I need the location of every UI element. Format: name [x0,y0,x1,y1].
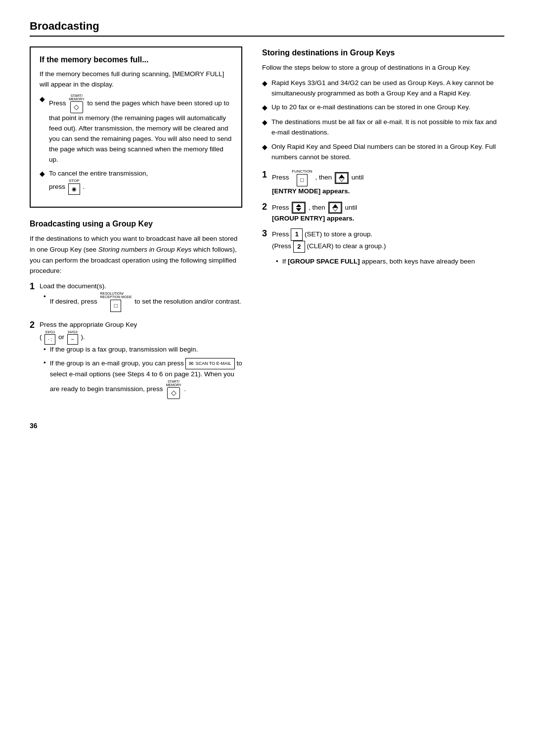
storing-bullet4: ◆ Only Rapid Key and Speed Dial numbers … [262,142,504,163]
storing-bullet1: ◆ Rapid Keys 33/G1 and 34/G2 can be used… [262,78,504,99]
memory-full-heading: If the memory becomes full... [40,55,232,64]
resolution-key: RESOLUTION/RECEPTION MODE □ [100,292,132,312]
storing-bullet2: ◆ Up to 20 fax or e-mail destinations ca… [262,102,504,113]
diamond-icon-r4: ◆ [262,142,267,153]
diamond-icon-r1: ◆ [262,79,267,89]
storing-step1: 1 Press FUNCTION □ , then [262,170,504,197]
right-column: Storing destinations in Group Keys Follo… [262,46,504,407]
stop-key: STOP ◉ [68,179,80,195]
bcast-step2-sub1: • If the group is a fax group, transmiss… [44,345,242,355]
key-2: 2 [293,241,305,253]
diamond-icon2: ◆ [40,169,45,179]
memory-full-intro: If the memory becomes full during scanni… [40,69,232,90]
bcast-step2: 2 Press the appropriate Group Key ( 33/G… [30,320,242,402]
left-column: If the memory becomes full... If the mem… [30,46,242,407]
bcast-step2-sub2: • If the group is an e-mail group, you c… [44,358,242,399]
nav-key-2b [328,202,342,214]
nav-key-1 [335,172,349,184]
diamond-icon-r3: ◆ [262,118,267,128]
storing-destinations-section: Storing destinations in Group Keys Follo… [262,48,504,270]
svg-marker-4 [296,204,302,207]
storing-step3: 3 Press 1 (SET) to store a group. (Press… [262,228,504,269]
memory-bullet2: ◆ To cancel the entire transmission, pre… [40,169,232,195]
bcast-step1: 1 Load the document(s). • If desired, pr… [30,281,242,315]
start-memory-key2: START/MEMORY ◇ [166,380,181,399]
memory-bullet2-text: To cancel the entire transmission, press… [49,169,148,195]
svg-marker-2 [339,178,344,181]
storing-step2: 2 Press , then [262,202,504,224]
memory-bullet1-text: Press START/MEMORY ◇ to send the pages w… [49,94,232,165]
svg-marker-1 [339,175,344,178]
broadcasting-group-key-section: Broadcasting using a Group Key If the de… [30,220,242,402]
group-key-34: 34/G2 − [67,330,78,345]
page-title: Broadcasting [30,20,504,37]
diamond-icon-r2: ◆ [262,103,267,113]
page-number: 36 [30,422,504,430]
svg-marker-8 [332,208,338,211]
memory-full-box: If the memory becomes full... If the mem… [30,46,242,208]
key-1: 1 [291,228,303,240]
storing-destinations-heading: Storing destinations in Group Keys [262,48,504,57]
function-key: FUNCTION □ [292,170,312,186]
group-key-33: 33/G1 · : [44,330,55,345]
scan-to-email-key: ✉ SCAN TO E-MAIL [185,358,234,369]
storing-destinations-intro: Follow the steps below to store a group … [262,62,504,73]
diamond-icon1: ◆ [40,94,45,105]
storing-group-space-full: • If [GROUP SPACE FULL] appears, both ke… [276,257,504,267]
bcast-step1-sub: • If desired, press RESOLUTION/RECEPTION… [44,292,242,312]
broadcasting-group-key-heading: Broadcasting using a Group Key [30,220,242,228]
broadcasting-group-key-intro: If the destinations to which you want to… [30,233,242,276]
svg-marker-5 [296,208,302,211]
storing-bullet3: ◆ The destinations must be all fax or al… [262,117,504,138]
memory-bullet1: ◆ Press START/MEMORY ◇ to send the pages… [40,94,232,165]
nav-key-2a [292,202,306,214]
svg-marker-7 [332,204,338,207]
start-memory-key: START/MEMORY ◇ [69,94,84,113]
